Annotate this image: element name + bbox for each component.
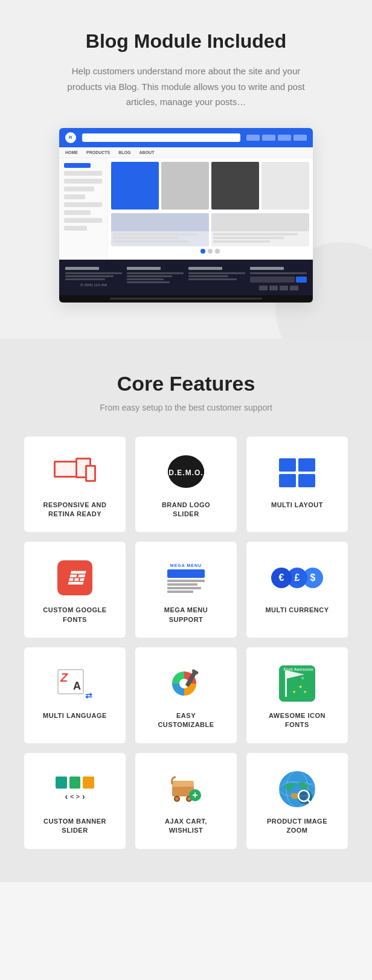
feature-card-multi-language: Z A ⇄ MULTI LANGUAGE bbox=[24, 647, 126, 743]
featured-post bbox=[211, 213, 309, 246]
browser-mockup: R HOME PRODUCTS BLOG ABOUT bbox=[59, 128, 313, 303]
menu-line bbox=[167, 580, 205, 582]
demo-badge-wrap: D.E.M.O. bbox=[165, 453, 207, 492]
banner-block-yellow bbox=[83, 777, 94, 789]
feature-card-mega-menu: MEGA MENU MEGA MENUSUPPORT bbox=[135, 542, 237, 638]
feature-card-icon-fonts: ★ ★ ★ ✈ Font Awesome AWESOME ICONFONTS bbox=[246, 647, 348, 743]
lang-box: Z A bbox=[57, 669, 84, 694]
browser-footer: ✆ (555) 123-456 bbox=[59, 260, 313, 295]
tools-svg bbox=[167, 665, 205, 702]
menu-line bbox=[167, 583, 197, 586]
feature-card-google-fonts: 𝌕 CUSTOM GOOGLEFONTS bbox=[24, 542, 126, 638]
post-thumb bbox=[111, 162, 159, 210]
nav-btn bbox=[278, 135, 291, 141]
blog-content-grid bbox=[59, 158, 313, 260]
menu-item: HOME bbox=[65, 150, 78, 155]
feature-card-ajax-cart: + AJAX CART,WISHLIST bbox=[135, 753, 237, 849]
nav-btn bbox=[262, 135, 275, 141]
banner-blocks bbox=[56, 777, 94, 789]
svg-text:★: ★ bbox=[303, 690, 307, 694]
responsive-icon-wrap bbox=[54, 458, 96, 488]
gfonts-badge: 𝌕 bbox=[57, 560, 92, 595]
footer-col-title bbox=[127, 267, 161, 270]
footer-line bbox=[188, 278, 237, 280]
feature-label: MULTI LAYOUT bbox=[271, 501, 323, 510]
easy-custom-icon bbox=[165, 665, 207, 702]
cart-svg: + bbox=[167, 770, 205, 806]
post-thumb bbox=[261, 162, 309, 210]
blog-sidebar bbox=[59, 158, 107, 260]
ajax-cart-icon: + bbox=[165, 771, 207, 807]
cart-wrap: + bbox=[167, 770, 205, 809]
desktop-device bbox=[54, 461, 78, 478]
responsive-icon bbox=[54, 455, 96, 491]
banner-code-row: ‹ < > › bbox=[65, 792, 85, 801]
footer-bottom-line bbox=[110, 298, 262, 299]
post-thumb bbox=[161, 162, 209, 210]
swap-arrows: ⇄ bbox=[85, 691, 92, 700]
svg-text:★: ★ bbox=[292, 690, 296, 694]
feature-card-multi-currency: € £ $ MULTI CURRENCY bbox=[246, 542, 348, 638]
multi-currency-icon: € £ $ bbox=[276, 560, 318, 596]
sidebar-item bbox=[64, 210, 91, 215]
svg-text:★: ★ bbox=[298, 684, 303, 690]
banner-block-green bbox=[69, 777, 81, 789]
blog-section: Blog Module Included Help customers unde… bbox=[0, 0, 372, 339]
brand-logo-icon: D.E.M.O. bbox=[165, 455, 207, 491]
menu-line bbox=[167, 591, 193, 593]
mega-menu-label: MEGA MENU bbox=[167, 563, 205, 568]
multi-layout-icon bbox=[276, 455, 318, 491]
feature-card-image-zoom: PRODUCT IMAGEZOOM bbox=[246, 753, 348, 849]
feature-label: AJAX CART,WISHLIST bbox=[165, 817, 207, 836]
sidebar-item bbox=[64, 226, 87, 231]
blog-featured-posts bbox=[111, 213, 309, 246]
features-section: Core Features From easy setup to the bes… bbox=[0, 339, 372, 882]
footer-col: ✆ (555) 123-456 bbox=[65, 267, 122, 290]
a-letter: A bbox=[73, 680, 81, 693]
feature-label: MULTI LANGUAGE bbox=[43, 711, 107, 720]
language-wrap: Z A ⇄ bbox=[57, 667, 92, 700]
svg-text:+: + bbox=[192, 790, 197, 800]
currency-circles: € £ $ bbox=[271, 568, 323, 588]
multi-layout-grid bbox=[279, 458, 315, 487]
google-fonts-icon: 𝌕 bbox=[54, 560, 96, 596]
arrow-left-icon: ‹ bbox=[65, 792, 68, 801]
featured-post bbox=[111, 213, 209, 246]
browser-nav bbox=[246, 135, 307, 141]
svg-rect-10 bbox=[285, 670, 287, 697]
footer-line bbox=[127, 281, 170, 283]
footer-bottom-bar bbox=[59, 295, 313, 303]
zoom-circle bbox=[278, 770, 316, 808]
icon-fonts-icon: ★ ★ ★ ✈ Font Awesome bbox=[276, 665, 318, 702]
layout-block bbox=[279, 458, 296, 472]
sidebar-item bbox=[64, 171, 102, 176]
sidebar-item bbox=[64, 187, 94, 191]
nav-bar bbox=[167, 569, 205, 578]
feature-label: EASYCUSTOMIZABLE bbox=[158, 711, 214, 730]
banner-block-teal bbox=[56, 777, 67, 789]
euro-circle: € bbox=[271, 568, 292, 588]
address-bar bbox=[82, 133, 240, 142]
features-subtitle: From easy setup to the best customer sup… bbox=[24, 403, 348, 412]
layout-block bbox=[298, 458, 315, 472]
footer-col-title bbox=[188, 267, 222, 270]
fa-label: Font Awesome bbox=[284, 667, 313, 671]
footer-line bbox=[188, 272, 245, 274]
svg-point-18 bbox=[175, 797, 179, 801]
menu-line bbox=[167, 587, 201, 589]
browser-logo: R bbox=[65, 132, 76, 143]
footer-line bbox=[127, 272, 184, 274]
pagination bbox=[111, 246, 309, 256]
svg-text:D.E.M.O.: D.E.M.O. bbox=[168, 469, 203, 477]
feature-card-banner-slider: ‹ < > › CUSTOM BANNERSLIDER bbox=[24, 753, 126, 849]
feature-card-multi-layout: MULTI LAYOUT bbox=[246, 437, 348, 533]
feature-label: RESPONSIVE ANDRETINA READY bbox=[43, 501, 106, 519]
feature-card-brand-logo: D.E.M.O. BRAND LOGOSLIDER bbox=[135, 437, 237, 533]
feature-label: MULTI CURRENCY bbox=[265, 606, 329, 615]
layout-block bbox=[298, 474, 315, 487]
feature-label: CUSTOM BANNERSLIDER bbox=[43, 817, 106, 836]
footer-newsletter-col bbox=[250, 267, 307, 290]
features-title: Core Features bbox=[24, 372, 348, 396]
image-zoom-icon bbox=[276, 771, 318, 807]
blog-title: Blog Module Included bbox=[36, 30, 336, 53]
